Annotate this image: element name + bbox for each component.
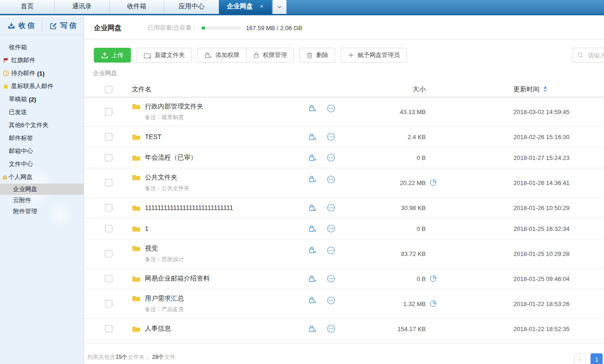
table-row[interactable]: 111111111111111111111111111130.98 KB2018…	[84, 198, 604, 218]
lock-plus-blue-icon[interactable]	[308, 296, 317, 304]
new-folder-button[interactable]: 新建文件夹	[136, 48, 192, 63]
table-cell	[308, 154, 327, 162]
table-row[interactable]: 行政内部管理文件夹备注：规章制度43.13 MB2018-03-02 14:59…	[84, 97, 604, 127]
table-cell: 2018-01-25 16:32:34	[440, 225, 604, 232]
file-name[interactable]: 视觉	[145, 244, 158, 253]
search-input[interactable]	[587, 51, 604, 59]
sidebar-item[interactable]: 邮件标签	[0, 132, 84, 145]
more-icon[interactable]	[327, 224, 335, 233]
lock-plus-blue-icon[interactable]	[308, 275, 317, 283]
row-checkbox[interactable]	[105, 108, 112, 115]
breadcrumb[interactable]: 企业网盘	[93, 69, 604, 77]
column-time[interactable]: 更新时间	[440, 85, 604, 94]
tab[interactable]: 收件箱	[110, 0, 164, 14]
trash-icon	[306, 52, 313, 59]
pie-icon[interactable]	[429, 300, 437, 307]
sidebar-item[interactable]: 附件管理	[0, 206, 84, 217]
row-checkbox[interactable]	[105, 225, 112, 232]
tab-close-icon[interactable]: ×	[260, 3, 264, 9]
column-size[interactable]: 大小	[345, 85, 426, 94]
row-checkbox[interactable]	[105, 204, 112, 211]
file-name[interactable]: 行政内部管理文件夹	[145, 102, 203, 111]
pie-icon[interactable]	[429, 179, 437, 186]
sidebar-item[interactable]: 收件箱	[0, 41, 84, 54]
upload-button[interactable]: 上传	[94, 48, 131, 63]
row-checkbox[interactable]	[105, 154, 112, 161]
tab-list-button[interactable]	[273, 0, 286, 14]
netdisk-header: 企业网盘 已用容量/总容量： 167.59 MB / 2.06 GB	[84, 17, 604, 39]
file-name[interactable]: 1	[145, 225, 149, 232]
grant-admin-button[interactable]: 赋予网盘管理员	[341, 48, 407, 63]
receive-mail-button[interactable]: 收 信	[0, 17, 42, 35]
sidebar-item[interactable]: 草稿箱(2)	[0, 93, 84, 106]
sort-icon[interactable]	[543, 86, 548, 93]
pie-icon[interactable]	[429, 275, 437, 282]
table-row[interactable]: 网易企业邮箱介绍资料0 B2018-01-25 09:46:04	[84, 268, 604, 289]
sidebar-item[interactable]: 云附件	[0, 195, 84, 206]
lock-plus-blue-icon[interactable]	[308, 133, 317, 141]
sidebar-item[interactable]: 红旗邮件	[0, 54, 84, 67]
file-name[interactable]: 1111111111111111111111111111	[145, 204, 233, 211]
tab[interactable]: 应用中心	[164, 0, 219, 14]
file-name[interactable]: TEST	[145, 133, 162, 140]
table-row[interactable]: 年会流程（已审）0 B2018-01-27 15:24:23	[84, 147, 604, 168]
sidebar-item[interactable]: 邮箱中心	[0, 145, 84, 158]
folder-icon	[132, 245, 141, 252]
file-name[interactable]: 网易企业邮箱介绍资料	[145, 275, 210, 283]
more-icon[interactable]	[327, 104, 335, 113]
table-row[interactable]: 视觉备注：页面设计83.72 KB2018-01-25 10:29:28	[84, 239, 604, 268]
lock-plus-blue-icon[interactable]	[308, 325, 317, 333]
sidebar-item[interactable]: 星标联系人邮件	[0, 80, 84, 93]
sidebar-item[interactable]: 待办邮件(1)	[0, 67, 84, 80]
row-checkbox[interactable]	[105, 133, 112, 140]
column-name[interactable]: 文件名	[132, 85, 308, 94]
list-summary: 列表共包含15个文件夹， 28个文件	[87, 353, 175, 361]
lock-plus-blue-icon[interactable]	[308, 175, 317, 183]
row-checkbox[interactable]	[105, 179, 112, 186]
more-icon[interactable]	[327, 153, 335, 162]
row-checkbox[interactable]	[105, 325, 112, 332]
page-1-button[interactable]: 1	[591, 353, 603, 364]
lock-plus-blue-icon[interactable]	[308, 104, 317, 112]
table-row[interactable]: 公共文件夹备注：公共文件夹20.22 MB2018-01-26 14:36:41	[84, 168, 604, 198]
more-icon[interactable]	[327, 246, 335, 255]
sidebar-item[interactable]: 已发送	[0, 106, 84, 119]
more-icon[interactable]	[327, 204, 335, 212]
column-size-label: 大小	[413, 85, 426, 94]
sidebar-item[interactable]: 文件中心	[0, 158, 84, 171]
add-permission-button[interactable]: 添加权限	[197, 48, 246, 63]
lock-plus-blue-icon[interactable]	[308, 204, 317, 212]
sidebar-item[interactable]: 企业网盘	[0, 184, 84, 195]
file-name[interactable]: 人事信息	[145, 325, 171, 333]
select-all-checkbox[interactable]	[105, 86, 112, 93]
compose-mail-button[interactable]: 写 信	[42, 17, 84, 35]
tab[interactable]: 首页	[0, 0, 55, 14]
more-icon[interactable]	[327, 275, 335, 283]
more-icon[interactable]	[327, 133, 335, 141]
sidebar-item[interactable]: 其他6个文件夹	[0, 119, 84, 132]
table-row[interactable]: 用户需求汇总备注：产品走查1.32 MB2018-01-22 18:53:26	[84, 289, 604, 319]
manage-permission-button[interactable]: 权限管理	[246, 48, 294, 63]
table-row[interactable]: TEST2.4 KB2018-02-26 15:16:30	[84, 127, 604, 147]
sidebar-item[interactable]: 个人网盘	[0, 171, 84, 184]
more-icon[interactable]	[327, 325, 335, 333]
row-checkbox[interactable]	[105, 275, 112, 282]
lock-plus-blue-icon[interactable]	[308, 246, 317, 254]
prev-page-button[interactable]	[574, 353, 586, 364]
tab[interactable]: 通讯录	[55, 0, 110, 14]
lock-plus-blue-icon[interactable]	[308, 225, 317, 233]
file-name[interactable]: 年会流程（已审）	[145, 153, 197, 162]
delete-button[interactable]: 删除	[299, 48, 335, 63]
summary-suffix: 文件	[164, 354, 175, 360]
table-row[interactable]: 人事信息154.17 KB2018-01-22 18:52:35	[84, 319, 604, 339]
more-icon[interactable]	[327, 296, 335, 305]
lock-plus-blue-icon[interactable]	[308, 154, 317, 162]
more-icon[interactable]	[327, 175, 335, 184]
row-checkbox[interactable]	[105, 300, 112, 307]
table-row[interactable]: 10 B2018-01-25 16:32:34	[84, 218, 604, 239]
file-name[interactable]: 公共文件夹	[145, 173, 177, 182]
row-checkbox[interactable]	[105, 250, 112, 257]
file-name[interactable]: 用户需求汇总	[145, 294, 184, 303]
tab-active[interactable]: 企业网盘×	[219, 0, 271, 14]
pagination: 1	[574, 353, 603, 364]
